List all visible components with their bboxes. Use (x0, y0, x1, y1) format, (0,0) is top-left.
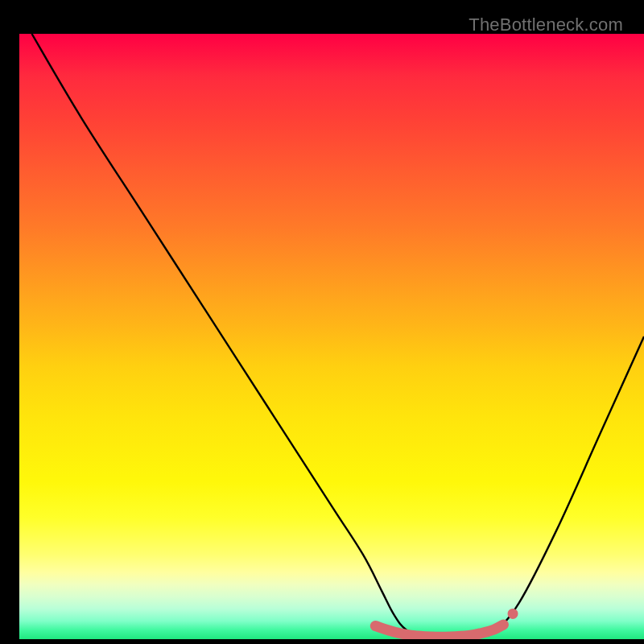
chart-svg (19, 34, 644, 639)
main-curve (32, 34, 644, 638)
plot-area (19, 34, 644, 639)
segment-end-dot (508, 609, 518, 619)
chart-frame: TheBottleneck.com (10, 10, 634, 634)
flat-segment-marker (375, 625, 503, 637)
watermark-text: TheBottleneck.com (469, 14, 623, 35)
